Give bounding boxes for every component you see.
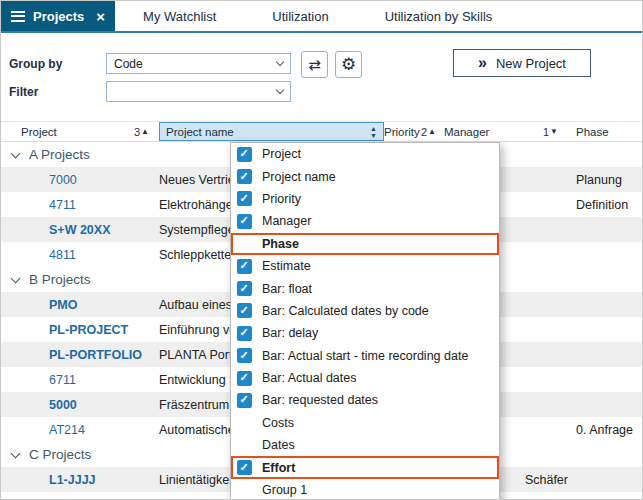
group-label: B Projects (29, 272, 91, 287)
column-label: Manager (444, 126, 489, 138)
column-header-manager[interactable]: Manager 1▼ (438, 122, 568, 141)
column-config-menu: Project Project name Priority Manager Ph… (230, 142, 500, 500)
group-by-label: Group by (9, 57, 62, 71)
menu-item[interactable]: Bar: float (231, 277, 499, 299)
project-code-link[interactable]: PL-PROJECT (29, 323, 159, 337)
double-chevron-icon: » (478, 55, 487, 71)
menu-item-label: Group 1 (262, 483, 307, 497)
group-label: C Projects (29, 447, 91, 462)
group-by-value: Code (114, 57, 143, 71)
menu-item-label: Project (262, 147, 301, 161)
menu-item-label: Dates (262, 438, 295, 452)
checkbox-checked-icon (237, 214, 252, 229)
group-chevron-icon[interactable] (1, 153, 29, 157)
menu-item-label: Phase (262, 237, 299, 251)
menu-item-label: Bar: Actual dates (262, 371, 357, 385)
checkbox-checked-icon (237, 371, 252, 386)
menu-item[interactable]: Manager (231, 210, 499, 232)
project-code-link[interactable]: PL-PORTFOLIO (29, 348, 159, 362)
phase-cell: 0. Anfrage (568, 423, 642, 437)
new-project-button[interactable]: » New Project (453, 49, 591, 77)
menu-item[interactable]: Bar: Actual start - time recording date (231, 345, 499, 367)
menu-item-label: Estimate (262, 259, 311, 273)
menu-item[interactable]: Bar: Actual dates (231, 367, 499, 389)
menu-item[interactable]: Effort (231, 456, 499, 478)
menu-item[interactable]: Phase (231, 233, 499, 255)
project-code-link[interactable]: 4811 (29, 248, 159, 262)
menu-item[interactable]: Project (231, 143, 499, 165)
menu-item[interactable]: Priority (231, 188, 499, 210)
sort-both-icon: ▲▼ (370, 125, 377, 139)
group-chevron-icon[interactable] (1, 278, 29, 282)
menu-item-label: Project name (262, 170, 336, 184)
project-code-link[interactable]: 7000 (29, 173, 159, 187)
app-window: Projects × My Watchlist Utilization Util… (0, 0, 643, 500)
project-code-link[interactable]: AT214 (29, 423, 159, 437)
filter-label: Filter (9, 85, 38, 99)
table-header: Project 3▲ Project name ▲▼ Priority 2▲ M… (1, 121, 642, 142)
menu-item-label: Effort (262, 461, 295, 475)
sort-indicator-priority: 2▲ (421, 126, 436, 138)
refresh-icon: ⇄ (308, 56, 321, 74)
project-code-link[interactable]: L1-JJJJ (29, 473, 159, 487)
checkbox-checked-icon (237, 169, 252, 184)
refresh-button[interactable]: ⇄ (301, 51, 328, 78)
menu-item[interactable]: Dates (231, 434, 499, 456)
filter-select[interactable] (106, 81, 291, 102)
project-code-link[interactable]: S+W 20XX (29, 223, 159, 237)
hamburger-menu-icon[interactable] (11, 8, 25, 24)
project-code-link[interactable]: 4711 (29, 198, 159, 212)
project-code-link[interactable]: 5000 (29, 398, 159, 412)
menu-item-label: Bar: requested dates (262, 393, 378, 407)
column-label: Phase (576, 126, 609, 138)
group-by-select[interactable]: Code (106, 53, 291, 74)
checkbox-checked-icon (237, 259, 252, 274)
menu-item[interactable]: Bar: delay (231, 322, 499, 344)
tab-utilization-by-skills[interactable]: Utilization by Skills (357, 1, 521, 31)
group-label: A Projects (29, 147, 90, 162)
checkbox-checked-icon (237, 348, 252, 363)
project-code-link[interactable]: 6711 (29, 373, 159, 387)
sort-indicator-project: 3▲ (134, 126, 149, 138)
project-code-link[interactable]: PMO (29, 298, 159, 312)
tab-projects[interactable]: Projects × (1, 1, 115, 31)
checkbox-checked-icon (237, 147, 252, 162)
toolbar: Group by Code Filter ⇄ ⚙ » New Project (1, 35, 642, 121)
sort-desc-icon: ▼ (550, 127, 558, 136)
group-chevron-icon[interactable] (1, 453, 29, 457)
checkbox-checked-icon (237, 191, 252, 206)
chevron-down-icon (276, 86, 284, 94)
tab-label: Utilization by Skills (385, 9, 493, 24)
menu-item[interactable]: Project name (231, 165, 499, 187)
column-header-project-name[interactable]: Project name ▲▼ (159, 122, 384, 141)
checkbox-checked-icon (237, 326, 252, 341)
menu-item[interactable]: Estimate (231, 255, 499, 277)
phase-cell: Planung (568, 173, 642, 187)
sort-indicator-manager: 1▼ (543, 126, 558, 138)
menu-item[interactable]: Group 1 (231, 479, 499, 500)
close-icon[interactable]: × (96, 9, 105, 24)
menu-item-label: Priority (262, 192, 301, 206)
menu-item[interactable]: Costs (231, 412, 499, 434)
sort-asc-icon: ▲ (141, 127, 149, 136)
menu-item-label: Bar: delay (262, 326, 318, 340)
settings-button[interactable]: ⚙ (335, 51, 362, 78)
gear-icon: ⚙ (341, 54, 356, 75)
menu-item[interactable]: Bar: Calculated dates by code (231, 300, 499, 322)
column-label: Project name (166, 126, 234, 138)
column-header-phase[interactable]: Phase (568, 122, 642, 141)
column-header-priority[interactable]: Priority 2▲ (384, 122, 438, 141)
menu-item-label: Bar: Actual start - time recording date (262, 349, 468, 363)
menu-item[interactable]: Bar: requested dates (231, 389, 499, 411)
tab-my-watchlist[interactable]: My Watchlist (115, 1, 244, 31)
checkbox-checked-icon (237, 460, 252, 475)
sort-asc-icon: ▲ (428, 127, 436, 136)
checkbox-checked-icon (237, 303, 252, 318)
tab-utilization[interactable]: Utilization (244, 1, 356, 31)
chevron-down-icon (276, 58, 284, 66)
checkbox-checked-icon (237, 281, 252, 296)
column-header-project[interactable]: Project 3▲ (1, 122, 159, 141)
tab-label: My Watchlist (143, 9, 216, 24)
phase-cell: Definition (568, 198, 642, 212)
column-label: Project (21, 126, 57, 138)
